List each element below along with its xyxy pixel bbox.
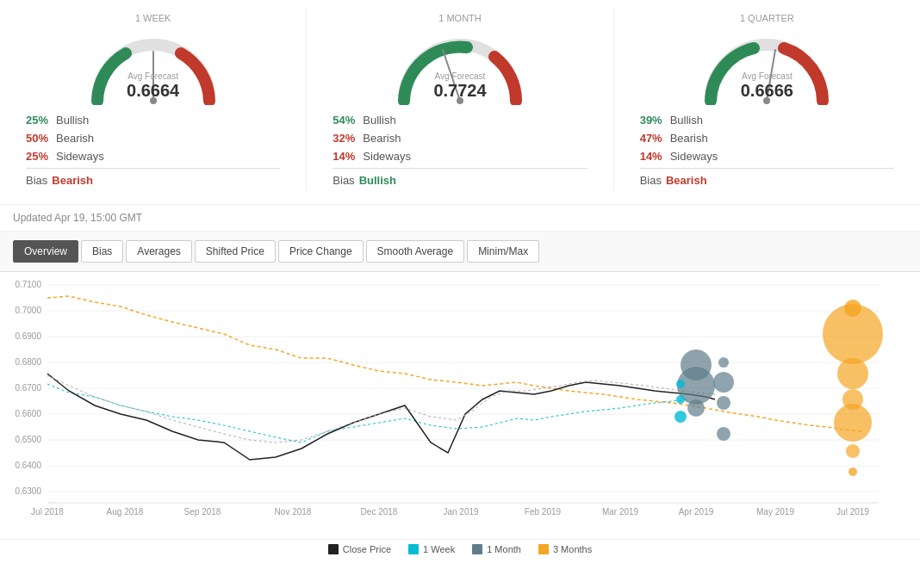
svg-text:May 2019: May 2019 [756,507,794,517]
svg-point-28 [713,372,734,393]
svg-text:Mar 2019: Mar 2019 [602,507,639,517]
tabs-bar: Overview Bias Averages Shifted Price Pri… [0,232,920,272]
svg-text:0.6300: 0.6300 [15,486,41,496]
legend-bar: Close Price 1 Week 1 Month 3 Months [0,539,920,559]
svg-text:Feb 2019: Feb 2019 [525,507,562,517]
svg-text:0.6500: 0.6500 [15,435,41,444]
week-title: 1 WEEK [135,13,171,23]
svg-point-26 [687,399,705,417]
legend-1-week: 1 Week [408,544,455,554]
legend-1-month: 1 Month [472,544,521,554]
svg-text:0.6400: 0.6400 [15,461,41,470]
svg-text:Aug 2018: Aug 2018 [107,507,144,517]
chart-area: 0.7100 0.7000 0.6900 0.6800 0.6700 0.660… [0,272,920,539]
month-title: 1 MONTH [438,13,482,23]
quarter-title: 1 QUARTER [740,13,794,23]
month-stats: 54%Bullish 32%Bearish 14%Sideways Bias B… [324,114,595,187]
svg-text:0.6800: 0.6800 [15,357,41,367]
svg-text:Apr 2019: Apr 2019 [679,507,714,517]
three-months-icon [538,544,549,554]
main-chart: 0.7100 0.7000 0.6900 0.6800 0.6700 0.660… [0,272,920,522]
svg-text:Nov 2018: Nov 2018 [275,507,312,517]
legend-3-months: 3 Months [538,544,592,554]
svg-text:0.7100: 0.7100 [15,280,41,289]
tab-minim-max[interactable]: Minim/Max [467,240,539,263]
svg-point-31 [676,380,685,388]
svg-point-40 [849,467,857,476]
week-stats: 25%Bullish 50%Bearish 25%Sideways Bias B… [17,114,289,187]
svg-point-36 [837,358,868,389]
svg-text:0.6600: 0.6600 [15,409,41,418]
legend-close-price: Close Price [328,544,391,554]
month-panel: 1 MONTH Avg Forecast 0.7724 54%Bullish 3… [307,9,613,191]
week-panel: 1 WEEK Avg Forecast 0.6664 25%Bullish 50… [0,9,307,191]
svg-text:0.7000: 0.7000 [15,306,41,315]
quarter-stats: 39%Bullish 47%Bearish 14%Sideways Bias B… [631,114,903,187]
tab-averages[interactable]: Averages [126,240,191,263]
quarter-gauge: Avg Forecast 0.6666 [698,28,836,105]
tab-shifted-price[interactable]: Shifted Price [195,240,276,263]
svg-text:0.6900: 0.6900 [15,331,41,341]
svg-text:0.6700: 0.6700 [15,383,41,393]
close-price-icon [328,544,339,554]
quarter-panel: 1 QUARTER Avg Forecast 0.6666 39%Bullish… [614,9,920,191]
top-section: 1 WEEK Avg Forecast 0.6664 25%Bullish 50… [0,0,920,205]
svg-point-38 [834,404,872,442]
svg-point-30 [717,427,730,441]
svg-text:Sep 2018: Sep 2018 [184,507,221,517]
tab-bias[interactable]: Bias [81,240,123,263]
tab-smooth-average[interactable]: Smooth Average [366,240,465,263]
svg-text:Dec 2018: Dec 2018 [361,507,398,517]
svg-point-29 [717,396,730,410]
week-gauge: Avg Forecast 0.6664 [84,28,222,105]
svg-text:Jan 2019: Jan 2019 [443,507,479,517]
svg-text:Jul 2019: Jul 2019 [836,507,869,517]
week-icon [408,544,419,554]
svg-point-39 [846,444,860,458]
updated-bar: Updated Apr 19, 15:00 GMT [0,205,920,232]
svg-point-27 [718,357,729,368]
tab-price-change[interactable]: Price Change [278,240,364,263]
month-gauge: Avg Forecast 0.7724 [391,28,529,105]
tab-overview[interactable]: Overview [13,240,78,263]
svg-point-35 [823,304,883,364]
month-icon [472,544,482,554]
svg-point-32 [676,395,685,404]
svg-text:Jul 2018: Jul 2018 [31,507,64,517]
svg-point-33 [674,411,687,423]
